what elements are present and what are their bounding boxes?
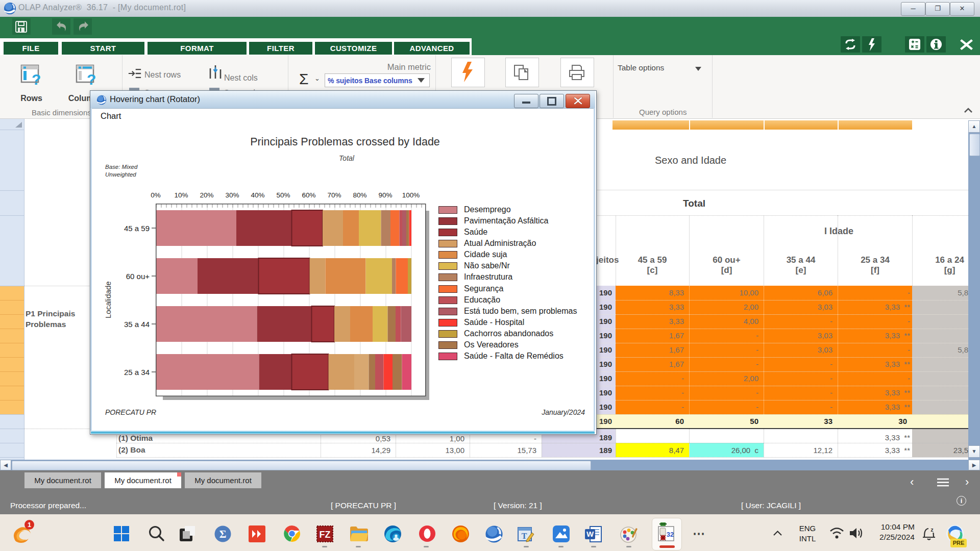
- svg-text:T: T: [522, 532, 527, 540]
- svg-text:32: 32: [667, 531, 674, 538]
- svg-text:FZ: FZ: [320, 530, 331, 540]
- svg-text:?: ?: [32, 71, 41, 87]
- svg-text:?: ?: [87, 71, 96, 87]
- svg-text:W: W: [586, 530, 594, 538]
- svg-text:Σ: Σ: [219, 528, 227, 540]
- svg-text:z: z: [930, 527, 934, 533]
